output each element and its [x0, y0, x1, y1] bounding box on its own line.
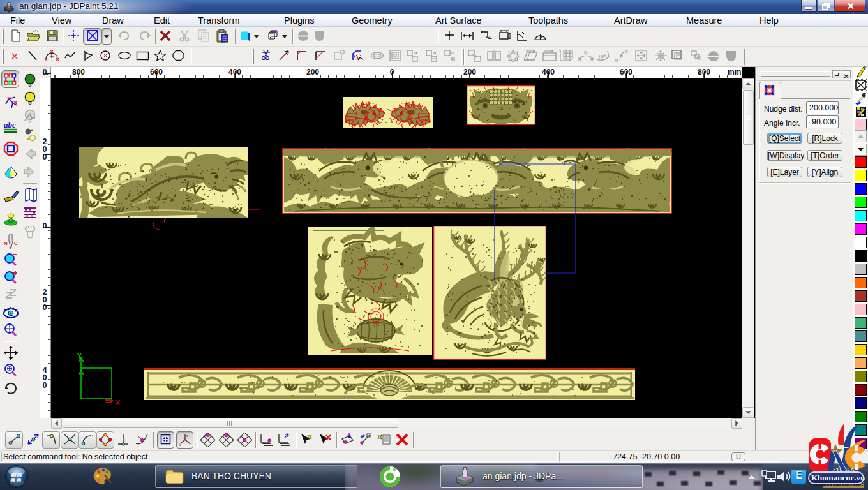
svg-text:y: y: [179, 442, 181, 446]
svg-text:C: C: [14, 241, 18, 246]
svg-text:x: x: [189, 442, 191, 446]
svg-text:N: N: [4, 241, 8, 246]
svg-text:Y: Y: [77, 351, 82, 360]
svg-text:z: z: [186, 434, 188, 438]
svg-text:abc: abc: [4, 120, 16, 130]
svg-text:X: X: [115, 398, 121, 405]
